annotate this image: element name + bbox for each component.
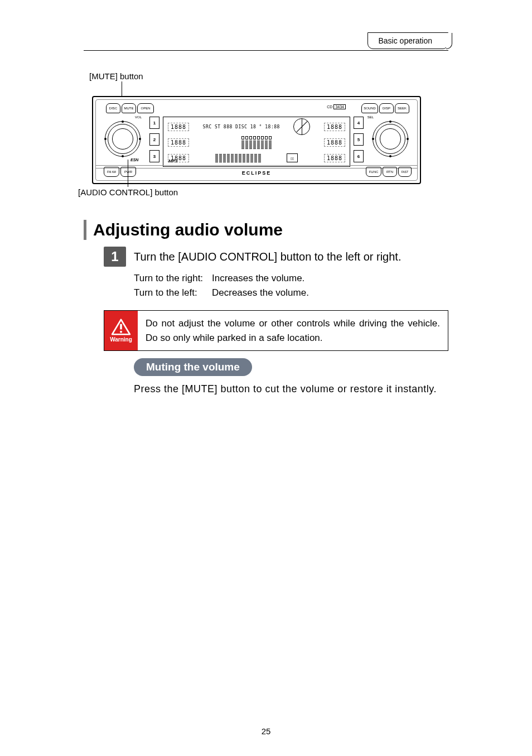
turn-right-effect: Increases the volume. bbox=[212, 271, 304, 286]
svg-rect-1 bbox=[120, 324, 122, 330]
callout-audio-control-button: [AUDIO CONTROL] button bbox=[78, 187, 178, 197]
turn-right-label: Turn to the right: bbox=[134, 271, 212, 286]
model-number: 3434 bbox=[333, 104, 346, 109]
audio-control-knob bbox=[105, 121, 141, 157]
func-button: FUNC bbox=[366, 167, 381, 177]
turn-left-effect: Decreases the volume. bbox=[212, 286, 309, 300]
esn-label: ESN bbox=[130, 158, 138, 162]
panel-hline-2 bbox=[96, 165, 417, 166]
spectrum-bars-icon bbox=[215, 153, 261, 162]
step-number-badge: 1 bbox=[104, 247, 126, 267]
preset-5: 5 bbox=[354, 133, 364, 146]
sel-knob bbox=[373, 121, 408, 157]
fast-button: FAST bbox=[398, 167, 412, 177]
disc-button: DISC bbox=[106, 103, 120, 113]
lcd-r1-left: 1888 bbox=[168, 123, 189, 131]
lcd-r3-right: 1888 bbox=[324, 154, 345, 162]
turn-effects: Turn to the right: Increases the volume.… bbox=[134, 271, 309, 300]
preset-column-right: 4 5 6 bbox=[354, 117, 364, 162]
vol-label: VOL bbox=[135, 115, 142, 119]
mute-instruction: Press the [MUTE] button to cut the volum… bbox=[134, 382, 448, 397]
warning-label: Warning bbox=[110, 336, 132, 343]
char-matrix-icon bbox=[241, 136, 272, 149]
model-prefix: CD bbox=[327, 105, 332, 109]
compass-icon bbox=[293, 118, 310, 135]
brand-label: ECLIPSE bbox=[242, 170, 272, 176]
radio-faceplate-illustration: CD 3434 DISC MUTE OPEN SOUND DISP SEEK V… bbox=[92, 96, 421, 184]
radio-inner-frame: CD 3434 DISC MUTE OPEN SOUND DISP SEEK V… bbox=[95, 99, 418, 181]
subsection-pill: Muting the volume bbox=[134, 358, 252, 376]
step-instruction: Turn the [AUDIO CONTROL] button to the l… bbox=[134, 251, 401, 263]
lcd-r2-left: 1888 bbox=[168, 138, 189, 147]
leader-line-mute bbox=[122, 81, 122, 97]
mute-button: MUTE bbox=[122, 103, 136, 113]
disp-button: DISP bbox=[379, 103, 394, 113]
lcd-display: 1888 SRC ST 888 DISC 18 ° 18:88 1888 188… bbox=[163, 117, 350, 167]
warning-icon: Warning bbox=[104, 311, 138, 350]
preset-1: 1 bbox=[149, 117, 159, 129]
preset-3: 3 bbox=[149, 150, 159, 162]
turn-left-label: Turn to the left: bbox=[134, 286, 212, 300]
svg-point-2 bbox=[120, 331, 122, 333]
lcd-r1-right: 1888 bbox=[324, 123, 345, 131]
leader-line-audio bbox=[128, 160, 128, 187]
mp3-badge: MP3 bbox=[168, 158, 177, 163]
model-badge: CD 3434 bbox=[327, 104, 346, 109]
step-1-row: 1 Turn the [AUDIO CONTROL] button to the… bbox=[104, 247, 448, 267]
rtn-button: RTN bbox=[383, 167, 397, 177]
section-heading: Adjusting audio volume bbox=[84, 220, 283, 240]
callout-mute-button: [MUTE] button bbox=[89, 71, 143, 81]
dolby-icon: ▯▯ bbox=[287, 153, 298, 162]
preset-2: 2 bbox=[149, 133, 159, 146]
pwr-button: PWR bbox=[120, 167, 136, 177]
preset-column-left: 1 2 3 bbox=[149, 117, 159, 162]
seek-button: SEEK bbox=[395, 103, 409, 113]
page-number: 25 bbox=[262, 726, 271, 736]
preset-4: 4 bbox=[354, 117, 364, 129]
header-tab: Basic operation bbox=[367, 32, 448, 49]
fm-am-button: FM AM bbox=[104, 167, 119, 177]
sound-button: SOUND bbox=[361, 103, 378, 113]
open-button: OPEN bbox=[137, 103, 154, 113]
header-rule bbox=[84, 50, 448, 51]
lcd-r2-right: 1888 bbox=[324, 138, 345, 147]
preset-6: 6 bbox=[354, 150, 364, 162]
lcd-r1-mid: SRC ST 888 DISC 18 ° 18:88 bbox=[203, 124, 280, 129]
warning-box: Warning Do not adjust the volume or othe… bbox=[104, 310, 448, 351]
warning-text: Do not adjust the volume or other contro… bbox=[138, 311, 448, 350]
sel-label: SEL bbox=[367, 115, 374, 119]
